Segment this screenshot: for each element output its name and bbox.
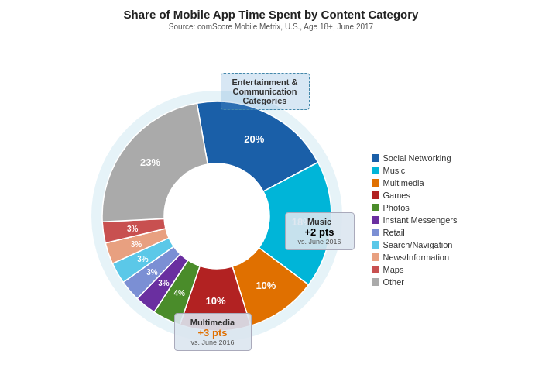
legend-label: News/Information	[383, 253, 450, 262]
svg-point-1	[164, 163, 269, 269]
legend-swatch	[372, 191, 379, 199]
legend-label: Instant Messengers	[383, 215, 458, 225]
svg-text:20%: 20%	[244, 133, 264, 145]
svg-text:3%: 3%	[126, 225, 138, 233]
legend-item: News/Information	[372, 253, 458, 262]
legend-item: Other	[372, 277, 458, 287]
svg-text:10%: 10%	[256, 280, 276, 291]
svg-text:10%: 10%	[205, 295, 225, 307]
legend-item: Maps	[372, 265, 458, 274]
legend-label: Music	[383, 166, 406, 175]
legend-swatch	[372, 253, 379, 261]
legend-label: Search/Navigation	[383, 240, 453, 249]
legend-label: Photos	[383, 203, 410, 212]
svg-text:3%: 3%	[130, 240, 142, 249]
legend-swatch	[372, 229, 379, 236]
legend-swatch	[372, 278, 379, 286]
donut-wrapper: 20%18%10%10%4%3%3%3%3%3%23% Entertainmen…	[85, 65, 364, 359]
legend-item: Retail	[372, 228, 458, 237]
legend-label: Games	[383, 191, 410, 200]
svg-text:23%: 23%	[140, 156, 160, 168]
legend-label: Other	[383, 277, 405, 287]
legend-label: Maps	[383, 265, 404, 274]
legend-item: Games	[372, 191, 458, 200]
legend-label: Social Networking	[383, 153, 451, 163]
legend-item: Music	[372, 166, 458, 175]
legend-swatch	[372, 241, 379, 249]
donut-chart: 20%18%10%10%4%3%3%3%3%3%23%	[85, 65, 364, 359]
svg-text:3%: 3%	[137, 255, 149, 263]
title-area: Share of Mobile App Time Spent by Conten…	[124, 8, 419, 31]
chart-title: Share of Mobile App Time Spent by Conten…	[124, 8, 419, 21]
legend-swatch	[372, 179, 379, 187]
chart-subtitle: Source: comScore Mobile Metrix, U.S., Ag…	[124, 22, 419, 31]
legend-label: Retail	[383, 228, 405, 237]
legend-item: Photos	[372, 203, 458, 212]
legend-swatch	[372, 266, 379, 273]
legend-swatch	[372, 167, 379, 174]
legend-swatch	[372, 154, 379, 162]
legend-swatch	[372, 204, 379, 211]
legend-item: Instant Messengers	[372, 215, 458, 225]
legend-item: Social Networking	[372, 153, 458, 163]
legend-label: Multimedia	[383, 178, 424, 187]
legend-item: Multimedia	[372, 178, 458, 187]
chart-container: Share of Mobile App Time Spent by Conten…	[0, 0, 542, 392]
svg-text:3%: 3%	[146, 268, 158, 277]
legend-swatch	[372, 216, 379, 224]
legend-item: Search/Navigation	[372, 240, 458, 249]
svg-text:4%: 4%	[173, 289, 185, 297]
legend: Social NetworkingMusicMultimediaGamesPho…	[372, 153, 458, 287]
svg-text:18%: 18%	[291, 216, 311, 228]
chart-body: 20%18%10%10%4%3%3%3%3%3%23% Entertainmen…	[0, 33, 542, 392]
svg-text:3%: 3%	[158, 279, 170, 287]
